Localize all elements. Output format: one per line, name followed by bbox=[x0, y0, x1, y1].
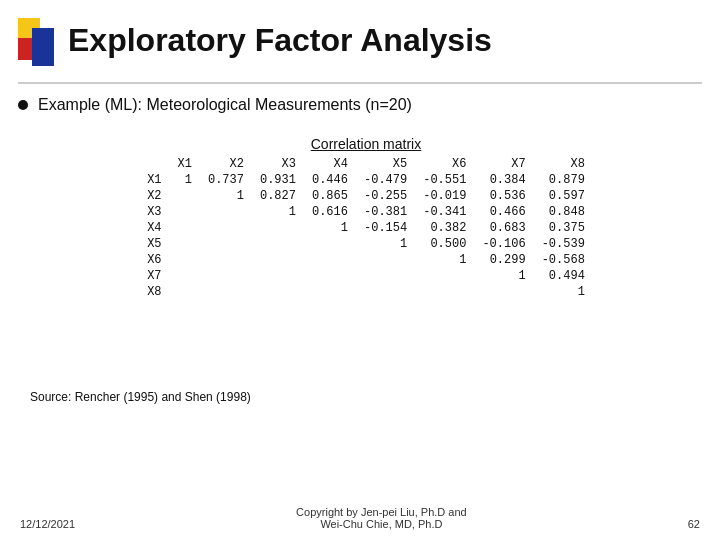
matrix-cell-x5-x5: 1 bbox=[356, 236, 415, 252]
matrix-cell-x7-x7: 1 bbox=[474, 268, 533, 284]
matrix-col-header-x4: X4 bbox=[304, 156, 356, 172]
matrix-cell-x2-x1 bbox=[170, 188, 200, 204]
matrix-cell-x4-x5: -0.154 bbox=[356, 220, 415, 236]
matrix-cell-x8-x1 bbox=[170, 284, 200, 300]
matrix-cell-x5-x3 bbox=[252, 236, 304, 252]
matrix-col-header-x3: X3 bbox=[252, 156, 304, 172]
matrix-cell-x2-x8: 0.597 bbox=[534, 188, 593, 204]
matrix-cell-x2-x6: -0.019 bbox=[415, 188, 474, 204]
matrix-cell-x8-x8: 1 bbox=[534, 284, 593, 300]
matrix-col-header-x5: X5 bbox=[356, 156, 415, 172]
matrix-row-label-x7: X7 bbox=[139, 268, 169, 284]
matrix-cell-x2-x3: 0.827 bbox=[252, 188, 304, 204]
matrix-cell-x6-x3 bbox=[252, 252, 304, 268]
matrix-cell-x6-x8: -0.568 bbox=[534, 252, 593, 268]
matrix-row-label-x3: X3 bbox=[139, 204, 169, 220]
footer-copyright-line1: Copyright by Jen-pei Liu, Ph.D and bbox=[75, 506, 688, 518]
matrix-cell-x2-x4: 0.865 bbox=[304, 188, 356, 204]
matrix-cell-x4-x7: 0.683 bbox=[474, 220, 533, 236]
matrix-cell-x6-x4 bbox=[304, 252, 356, 268]
matrix-cell-x5-x6: 0.500 bbox=[415, 236, 474, 252]
decorative-squares bbox=[18, 18, 56, 76]
matrix-cell-x4-x4: 1 bbox=[304, 220, 356, 236]
source-text: Source: Rencher (1995) and Shen (1998) bbox=[30, 390, 251, 404]
matrix-header-empty bbox=[139, 156, 169, 172]
matrix-cell-x5-x8: -0.539 bbox=[534, 236, 593, 252]
matrix-row-label-x4: X4 bbox=[139, 220, 169, 236]
matrix-cell-x6-x7: 0.299 bbox=[474, 252, 533, 268]
matrix-col-header-x7: X7 bbox=[474, 156, 533, 172]
matrix-cell-x5-x1 bbox=[170, 236, 200, 252]
matrix-cell-x5-x7: -0.106 bbox=[474, 236, 533, 252]
matrix-row-label-x1: X1 bbox=[139, 172, 169, 188]
matrix-cell-x8-x2 bbox=[200, 284, 252, 300]
matrix-cell-x3-x1 bbox=[170, 204, 200, 220]
matrix-cell-x1-x3: 0.931 bbox=[252, 172, 304, 188]
matrix-cell-x2-x7: 0.536 bbox=[474, 188, 533, 204]
matrix-cell-x1-x8: 0.879 bbox=[534, 172, 593, 188]
matrix-cell-x7-x3 bbox=[252, 268, 304, 284]
matrix-cell-x4-x2 bbox=[200, 220, 252, 236]
matrix-cell-x6-x1 bbox=[170, 252, 200, 268]
matrix-col-header-x2: X2 bbox=[200, 156, 252, 172]
matrix-cell-x3-x3: 1 bbox=[252, 204, 304, 220]
matrix-cell-x8-x7 bbox=[474, 284, 533, 300]
matrix-cell-x3-x7: 0.466 bbox=[474, 204, 533, 220]
matrix-cell-x7-x1 bbox=[170, 268, 200, 284]
matrix-row-label-x8: X8 bbox=[139, 284, 169, 300]
matrix-cell-x8-x4 bbox=[304, 284, 356, 300]
footer: 12/12/2021 Copyright by Jen-pei Liu, Ph.… bbox=[0, 506, 720, 530]
matrix-row-label-x2: X2 bbox=[139, 188, 169, 204]
matrix-row-label-x6: X6 bbox=[139, 252, 169, 268]
matrix-cell-x8-x3 bbox=[252, 284, 304, 300]
correlation-matrix-table: X1X2X3X4X5X6X7X8X110.7370.9310.446-0.479… bbox=[139, 156, 593, 300]
matrix-cell-x1-x6: -0.551 bbox=[415, 172, 474, 188]
matrix-cell-x5-x4 bbox=[304, 236, 356, 252]
matrix-cell-x7-x5 bbox=[356, 268, 415, 284]
matrix-cell-x1-x7: 0.384 bbox=[474, 172, 533, 188]
deco-blue-square bbox=[32, 28, 54, 66]
matrix-cell-x4-x6: 0.382 bbox=[415, 220, 474, 236]
matrix-cell-x7-x4 bbox=[304, 268, 356, 284]
matrix-cell-x3-x4: 0.616 bbox=[304, 204, 356, 220]
matrix-cell-x1-x1: 1 bbox=[170, 172, 200, 188]
matrix-cell-x1-x2: 0.737 bbox=[200, 172, 252, 188]
matrix-cell-x3-x8: 0.848 bbox=[534, 204, 593, 220]
matrix-cell-x3-x2 bbox=[200, 204, 252, 220]
matrix-section: Correlation matrix X1X2X3X4X5X6X7X8X110.… bbox=[30, 136, 702, 300]
matrix-cell-x2-x2: 1 bbox=[200, 188, 252, 204]
footer-copyright: Copyright by Jen-pei Liu, Ph.D and Wei-C… bbox=[75, 506, 688, 530]
matrix-cell-x5-x2 bbox=[200, 236, 252, 252]
matrix-cell-x3-x6: -0.341 bbox=[415, 204, 474, 220]
matrix-row-label-x5: X5 bbox=[139, 236, 169, 252]
matrix-cell-x4-x3 bbox=[252, 220, 304, 236]
page-title: Exploratory Factor Analysis bbox=[68, 22, 492, 59]
bullet-label: Example (ML): Meteorological Measurement… bbox=[38, 96, 412, 114]
footer-date: 12/12/2021 bbox=[20, 518, 75, 530]
matrix-cell-x7-x8: 0.494 bbox=[534, 268, 593, 284]
matrix-col-header-x8: X8 bbox=[534, 156, 593, 172]
matrix-cell-x8-x6 bbox=[415, 284, 474, 300]
matrix-cell-x4-x1 bbox=[170, 220, 200, 236]
matrix-col-header-x1: X1 bbox=[170, 156, 200, 172]
bullet-section: Example (ML): Meteorological Measurement… bbox=[18, 96, 702, 114]
matrix-cell-x2-x5: -0.255 bbox=[356, 188, 415, 204]
matrix-title: Correlation matrix bbox=[30, 136, 702, 152]
matrix-cell-x7-x6 bbox=[415, 268, 474, 284]
matrix-cell-x8-x5 bbox=[356, 284, 415, 300]
footer-page-number: 62 bbox=[688, 518, 700, 530]
matrix-cell-x6-x5 bbox=[356, 252, 415, 268]
title-divider bbox=[18, 82, 702, 84]
matrix-cell-x1-x4: 0.446 bbox=[304, 172, 356, 188]
matrix-cell-x7-x2 bbox=[200, 268, 252, 284]
bullet-row: Example (ML): Meteorological Measurement… bbox=[18, 96, 702, 114]
matrix-cell-x6-x6: 1 bbox=[415, 252, 474, 268]
matrix-cell-x1-x5: -0.479 bbox=[356, 172, 415, 188]
bullet-dot bbox=[18, 100, 28, 110]
matrix-col-header-x6: X6 bbox=[415, 156, 474, 172]
matrix-cell-x3-x5: -0.381 bbox=[356, 204, 415, 220]
footer-copyright-line2: Wei-Chu Chie, MD, Ph.D bbox=[75, 518, 688, 530]
matrix-cell-x4-x8: 0.375 bbox=[534, 220, 593, 236]
matrix-cell-x6-x2 bbox=[200, 252, 252, 268]
